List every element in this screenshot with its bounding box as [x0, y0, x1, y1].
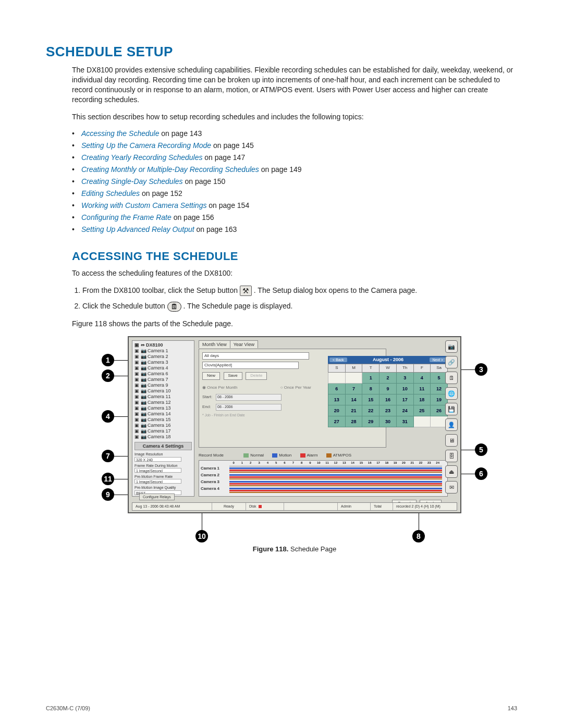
- delete-button[interactable]: Delete: [246, 372, 267, 380]
- link-suffix: on page 163: [194, 225, 237, 233]
- timeline-row[interactable]: [229, 480, 442, 487]
- backup-icon[interactable]: 💾: [445, 403, 458, 415]
- calendar-day[interactable]: 29: [362, 416, 380, 427]
- calendar-day[interactable]: 2: [380, 372, 397, 383]
- link-advanced-relay[interactable]: Setting Up Advanced Relay Output: [81, 225, 194, 233]
- calendar-table[interactable]: SMTWThFSa1234567891011121314151617181920…: [328, 364, 448, 427]
- network-icon[interactable]: 🌐: [445, 387, 458, 400]
- premotion-frame-rate-value[interactable]: 1 Image/Second: [134, 479, 181, 484]
- link-single-day-schedules[interactable]: Creating Single-Day Schedules: [81, 177, 183, 186]
- calendar-day[interactable]: 11: [413, 383, 431, 394]
- timeline-camera-label: Camera 1: [199, 466, 229, 473]
- storage-icon[interactable]: 🗄: [445, 450, 458, 462]
- link-suffix: on page 149: [259, 165, 302, 174]
- tree-camera-item[interactable]: ▣ 📷 Camera 7: [134, 377, 192, 382]
- end-date-field[interactable]: 08 - 2006: [216, 404, 282, 411]
- radio-once-per-month[interactable]: ◉ Once Per Month: [202, 385, 258, 391]
- camera-icon[interactable]: 📷: [445, 340, 458, 353]
- ext-monitor-icon[interactable]: 🖥: [445, 434, 458, 447]
- record-mode-legend: Record Mode Normal Motion Alarm ATM/POS: [199, 453, 448, 459]
- tab-year-view[interactable]: Year View: [230, 340, 258, 348]
- calendar-day[interactable]: 13: [328, 394, 346, 405]
- motion-frame-rate-value[interactable]: 1 Image/Second: [134, 468, 181, 473]
- step-1: From the DX8100 toolbar, click the Setup…: [82, 286, 517, 296]
- tree-camera-item[interactable]: ▣ 📷 Camera 11: [134, 394, 192, 400]
- tab-month-view[interactable]: Month View: [199, 340, 230, 348]
- tree-camera-item[interactable]: ▣ 📷 Camera 18: [134, 434, 192, 440]
- tree-camera-item[interactable]: ▣ 📷 Camera 3: [134, 360, 192, 365]
- calendar-day[interactable]: 20: [328, 405, 346, 416]
- calendar-day[interactable]: 16: [380, 394, 397, 405]
- calendar-day[interactable]: 28: [345, 416, 362, 427]
- configure-relays-button[interactable]: Configure Relays: [139, 493, 175, 500]
- timeline-row[interactable]: [229, 487, 442, 493]
- callout-11: 11: [102, 473, 114, 485]
- calendar-day[interactable]: 25: [413, 405, 431, 416]
- tree-camera-item[interactable]: ▣ 📷 Camera 6: [134, 371, 192, 377]
- exit-icon[interactable]: ⏏: [445, 465, 458, 478]
- link-suffix: on page 145: [211, 141, 254, 150]
- tree-camera-item[interactable]: ▣ 📷 Camera 13: [134, 405, 192, 411]
- link-frame-rate[interactable]: Configuring the Frame Rate: [81, 213, 172, 221]
- calendar-day[interactable]: 4: [413, 372, 431, 383]
- tree-camera-item[interactable]: ▣ 📷 Camera 9: [134, 382, 192, 388]
- tree-camera-item[interactable]: ▣ 📷 Camera 14: [134, 411, 192, 417]
- link-accessing-schedule[interactable]: Accessing the Schedule: [81, 129, 159, 138]
- link-camera-recording-mode[interactable]: Setting Up the Camera Recording Mode: [81, 141, 211, 150]
- timeline-camera-label: Camera 3: [199, 479, 229, 486]
- tree-camera-item[interactable]: ▣ 📷 Camera 16: [134, 423, 192, 428]
- calendar-day[interactable]: 9: [380, 383, 397, 394]
- calendar-day[interactable]: 24: [396, 405, 413, 416]
- start-date-field[interactable]: 08 - 2006: [216, 394, 282, 401]
- calendar-day[interactable]: 3: [396, 372, 413, 383]
- notification-icon[interactable]: ✉: [445, 481, 458, 493]
- timeline-camera-label: Camera 2: [199, 473, 229, 479]
- save-button[interactable]: Save: [224, 372, 242, 380]
- timeline-hour: 9: [306, 461, 314, 466]
- link-editing-schedules[interactable]: Editing Schedules: [81, 189, 140, 198]
- schedule-name-dropdown[interactable]: Clovis[Applied]: [202, 362, 299, 369]
- calendar-day[interactable]: 23: [380, 405, 397, 416]
- user-icon[interactable]: 👤: [445, 418, 458, 431]
- calendar-day[interactable]: 10: [396, 383, 413, 394]
- tree-camera-item[interactable]: ▣ 📷 Camera 17: [134, 428, 192, 434]
- timeline-hour: 12: [332, 461, 340, 466]
- calendar-day[interactable]: 30: [380, 416, 397, 427]
- image-resolution-value[interactable]: 320 X 240: [134, 457, 181, 462]
- calendar-day[interactable]: 1: [362, 372, 380, 383]
- calendar-day[interactable]: 22: [362, 405, 380, 416]
- tree-camera-item[interactable]: ▣ 📷 Camera 2: [134, 354, 192, 360]
- tree-camera-item[interactable]: ▣ 📷 Camera 4: [134, 365, 192, 371]
- radio-once-per-year[interactable]: ○ Once Per Year: [280, 385, 332, 391]
- calendar-day[interactable]: 21: [345, 405, 362, 416]
- calendar-day[interactable]: 7: [345, 383, 362, 394]
- calendar-back-button[interactable]: < Back: [329, 357, 347, 362]
- schedule-icon[interactable]: 🗓: [445, 372, 458, 384]
- calendar-day[interactable]: 14: [345, 394, 362, 405]
- calendar-next-button[interactable]: Next >: [430, 357, 446, 362]
- link-yearly-schedules[interactable]: Creating Yearly Recording Schedules: [81, 153, 202, 162]
- calendar-day[interactable]: 15: [362, 394, 380, 405]
- calendar-day[interactable]: 6: [328, 383, 346, 394]
- tree-camera-item[interactable]: ▣ 📷 Camera 10: [134, 388, 192, 394]
- new-button[interactable]: New: [202, 372, 220, 380]
- timeline-row[interactable]: [229, 466, 442, 473]
- tree-camera-item[interactable]: ▣ 📷 Camera 1: [134, 348, 192, 354]
- calendar-day[interactable]: 17: [396, 394, 413, 405]
- callout-3: 3: [475, 363, 487, 376]
- tree-root[interactable]: ▣ ⇔ DX8100: [134, 342, 192, 348]
- tree-camera-item[interactable]: ▣ 📷 Camera 15: [134, 417, 192, 423]
- link-suffix: on page 143: [159, 129, 202, 138]
- calendar-day[interactable]: 18: [413, 394, 431, 405]
- link-custom-camera-settings[interactable]: Working with Custom Camera Settings: [81, 201, 206, 209]
- calendar-day[interactable]: 8: [362, 383, 380, 394]
- days-dropdown[interactable]: All days: [202, 352, 309, 360]
- timeline-row[interactable]: [229, 473, 442, 480]
- timeline-panel[interactable]: Camera 1Camera 2Camera 3Camera 4 0123456…: [199, 460, 448, 497]
- calendar-day[interactable]: 31: [396, 416, 413, 427]
- link-monthly-schedules[interactable]: Creating Monthly or Multiple-Day Recordi…: [81, 165, 259, 174]
- calendar-day[interactable]: 27: [328, 416, 346, 427]
- tree-camera-item[interactable]: ▣ 📷 Camera 12: [134, 400, 192, 405]
- link-icon[interactable]: 🔗: [445, 356, 458, 368]
- camera-tree-sidebar[interactable]: ▣ ⇔ DX8100 ▣ 📷 Camera 1 ▣ 📷 Camera 2 ▣ 📷…: [132, 340, 194, 497]
